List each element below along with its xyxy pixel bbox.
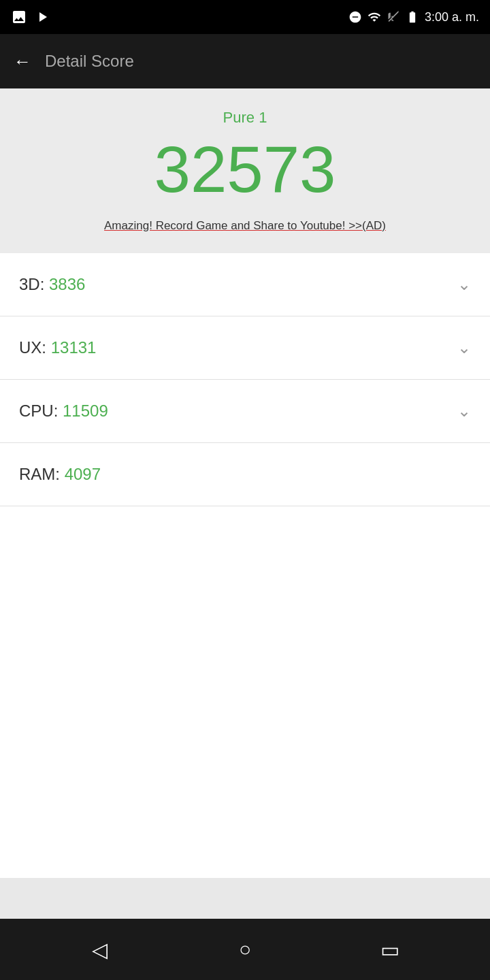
bottom-spacer — [0, 878, 490, 919]
detail-list: 3D: 3836 ⌄ UX: 13131 ⌄ CPU: 11509 ⌄ RAM:… — [0, 253, 490, 878]
detail-item-ux[interactable]: UX: 13131 ⌄ — [0, 316, 490, 380]
nav-home-button[interactable]: ○ — [225, 929, 265, 970]
dnd-icon — [348, 10, 362, 24]
chevron-down-icon-cpu: ⌄ — [457, 402, 471, 421]
main-score: 32573 — [154, 133, 336, 206]
back-button[interactable]: ← — [14, 51, 31, 72]
battery-icon — [406, 10, 419, 24]
status-bar: 3:00 a. m. — [0, 0, 490, 34]
status-bar-right-icons: 3:00 a. m. — [348, 10, 479, 24]
detail-item-ram[interactable]: RAM: 4097 ⌄ — [0, 443, 490, 506]
detail-item-3d-value: 3836 — [49, 275, 85, 293]
chevron-down-icon-ux: ⌄ — [457, 338, 471, 357]
wifi-icon — [368, 10, 381, 24]
ad-banner[interactable]: Amazing! Record Game and Share to Youtub… — [104, 219, 386, 233]
score-header: Pure 1 32573 Amazing! Record Game and Sh… — [0, 88, 490, 253]
app-bar-title: Detail Score — [45, 52, 134, 71]
detail-item-ram-label: RAM: 4097 — [19, 465, 101, 484]
detail-item-3d[interactable]: 3D: 3836 ⌄ — [0, 253, 490, 316]
detail-item-cpu-value: 11509 — [63, 402, 108, 420]
nav-recent-button[interactable]: ▭ — [370, 929, 410, 970]
status-bar-left-icons — [11, 9, 50, 25]
nav-back-button[interactable]: ◁ — [80, 929, 120, 970]
detail-item-ux-label: UX: 13131 — [19, 338, 96, 357]
detail-item-cpu-label: CPU: 11509 — [19, 402, 108, 421]
ad-amazing-text: Amazing! — [104, 219, 152, 232]
signal-off-icon — [387, 10, 400, 24]
photo-icon — [11, 9, 27, 25]
benchmark-name: Pure 1 — [223, 109, 267, 127]
bottom-nav: ◁ ○ ▭ — [0, 919, 490, 980]
detail-item-3d-label: 3D: 3836 — [19, 275, 85, 294]
play-icon — [34, 9, 50, 25]
ad-rest-text: Record Game and Share to Youtube! >>(AD) — [152, 219, 386, 232]
detail-item-ux-value: 13131 — [51, 338, 97, 357]
chevron-down-icon-3d: ⌄ — [457, 275, 471, 294]
detail-item-cpu[interactable]: CPU: 11509 ⌄ — [0, 380, 490, 443]
app-bar: ← Detail Score — [0, 34, 490, 88]
status-time: 3:00 a. m. — [425, 10, 479, 24]
detail-item-ram-value: 4097 — [65, 465, 101, 483]
